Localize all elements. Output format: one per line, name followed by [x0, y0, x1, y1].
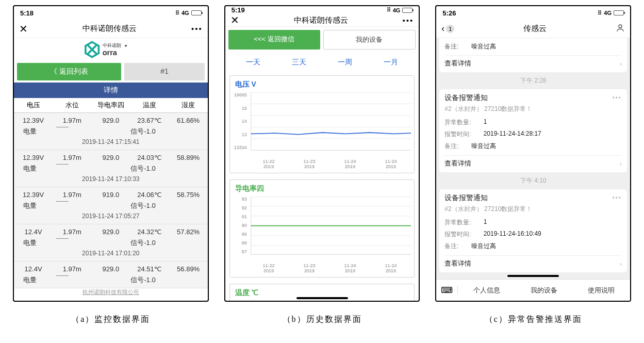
back-button[interactable]: ‹1 [441, 23, 454, 34]
card-subtitle: #2（水封井） 27210数据异常！ [444, 103, 622, 117]
alert-card-partial-top: 备注:噪音过高 查看详情› [439, 38, 627, 72]
card-subtitle: #2（水封井） 27210数据异常！ [444, 203, 622, 217]
battery-label: 电量 [14, 200, 46, 211]
data-record[interactable]: 12.4V1.97m929.024.51℃56.89%电量信号-1.0 [14, 262, 208, 288]
record-timestamp: 2019-11-24 17:15:41 [14, 137, 208, 148]
battery-icon [402, 8, 412, 13]
signal-label: 信号-1.0 [111, 237, 175, 249]
data-cell: 1.97m [53, 152, 91, 163]
keyboard-icon[interactable]: ⌨ [436, 285, 458, 295]
record-timestamp: 2019-11-24 17:01:20 [14, 249, 208, 259]
close-icon[interactable]: ✕ [19, 23, 28, 35]
dash-indicator [46, 274, 79, 286]
titlebar: ✕ 中科诺朗传感云 ••• [225, 14, 419, 27]
chart-line-conductivity [233, 197, 411, 264]
data-cell: 1.97m [53, 115, 91, 126]
details-header: 详情 [14, 83, 208, 98]
data-record[interactable]: 12.4V1.97m929.024.32℃57.82%电量信号-1.02019-… [14, 224, 208, 262]
tab-1day[interactable]: 一天 [230, 56, 276, 69]
tab-1month[interactable]: 一月 [368, 56, 414, 69]
timestamp-1: 下午 2:28 [436, 72, 630, 89]
data-cell: 1.97m [53, 189, 91, 200]
battery-label: 电量 [14, 274, 46, 286]
status-time: 5:18 [20, 9, 34, 17]
svg-text:orra: orra [102, 48, 117, 57]
card-more-icon[interactable]: ••• [612, 94, 622, 102]
y-axis-ticks: 93 92 91 90 89 88 87 [233, 197, 249, 254]
alert-card-2[interactable]: 设备报警通知 ••• #2（水封井） 27210数据异常！ 异常数量:1 报警时… [439, 189, 627, 272]
data-cell: 929.0 [91, 226, 130, 237]
data-cell: 24.06℃ [130, 189, 169, 200]
record-timestamp: 2019-11-24 17:05:27 [14, 211, 208, 222]
home-indicator [507, 275, 559, 277]
brand-logo: 中科诺朗 orra [14, 38, 208, 63]
titlebar: ✕ 中科诺朗传感云 ••• [14, 20, 208, 38]
signal-label: 信号-1.0 [111, 200, 175, 211]
data-record[interactable]: 12.39V1.97m919.024.06℃58.75%电量信号-1.02019… [14, 187, 208, 224]
chart-voltage: 电压 V 16665 15 14 13 13334 [229, 75, 415, 173]
status-bar: 5:26 ⠿4G [436, 6, 630, 20]
panel-c-alerts: 5:26 ⠿4G ‹1 传感云 备注:噪音过高 查看详情› 下午 2:28 [435, 5, 631, 302]
close-icon[interactable]: ✕ [230, 14, 239, 26]
data-record[interactable]: 12.39V1.97m929.024.03℃58.89%电量信号-1.02019… [14, 150, 208, 187]
page-title: 中科诺朗传感云 [28, 24, 191, 34]
col-temperature: 温度 [130, 98, 169, 112]
col-conductivity: 导电率四 [91, 98, 130, 112]
panel-b-history: 5:19 ⠿4G ✕ 中科诺朗传感云 ••• <<< 返回微信 我的设备 一天 … [224, 5, 420, 302]
data-cell: 1.97m [53, 264, 91, 274]
dash-indicator [46, 200, 79, 211]
status-right: ⠿4G [175, 10, 202, 17]
battery-label: 电量 [14, 163, 46, 174]
svg-rect-3 [251, 92, 411, 150]
bottom-nav: ⌨ 个人信息 我的设备 使用说明 [436, 279, 630, 301]
device-id-button[interactable]: #1 [124, 63, 205, 80]
nav-profile[interactable]: 个人信息 [458, 286, 515, 295]
nav-help[interactable]: 使用说明 [573, 286, 630, 295]
chart-title-conductivity: 导电率四 [233, 183, 411, 197]
battery-icon [191, 10, 202, 15]
col-voltage: 电压 [14, 98, 53, 112]
status-right: ⠿4G [598, 10, 624, 17]
nav-devices[interactable]: 我的设备 [516, 286, 573, 295]
view-detail-link[interactable]: 查看详情› [444, 255, 622, 268]
data-cell: 57.82% [169, 226, 208, 237]
view-detail-link[interactable]: 查看详情› [444, 55, 622, 68]
battery-label: 电量 [14, 126, 46, 137]
status-bar: 5:18 ⠿4G [14, 6, 208, 20]
chart-conductivity: 导电率四 93 92 91 90 89 88 87 [229, 179, 415, 277]
caption-c: （c）异常告警推送界面 [435, 314, 631, 325]
data-cell: 23.67℃ [130, 115, 169, 126]
tab-3day[interactable]: 三天 [276, 56, 322, 69]
more-icon[interactable]: ••• [191, 24, 203, 33]
caption-a: （a）监控数据界面 [13, 314, 209, 325]
tab-1week[interactable]: 一周 [322, 56, 368, 69]
signal-label: 信号-1.0 [111, 126, 175, 137]
profile-icon[interactable] [616, 23, 625, 34]
more-icon[interactable]: ••• [403, 16, 414, 25]
record-timestamp: 2019-11-24 17:10:33 [14, 174, 208, 185]
battery-icon [614, 10, 624, 15]
data-cell: 58.75% [169, 189, 208, 200]
chevron-right-icon: › [620, 60, 622, 68]
data-record[interactable]: 12.39V1.97m929.023.67℃61.66%电量信号-1.02019… [14, 113, 208, 150]
dash-indicator [46, 163, 79, 174]
card-more-icon[interactable]: ••• [612, 194, 622, 202]
status-time: 5:19 [232, 6, 245, 14]
col-humidity: 湿度 [169, 98, 208, 112]
chevron-right-icon: › [620, 160, 622, 168]
svg-point-2 [125, 45, 127, 47]
svg-point-15 [619, 25, 622, 28]
dash-indicator [46, 237, 79, 249]
data-cell: 929.0 [91, 115, 130, 126]
page-title: 传感云 [454, 24, 616, 34]
card-title: 设备报警通知 [444, 193, 488, 203]
data-cell: 12.4V [14, 264, 53, 274]
view-detail-link[interactable]: 查看详情› [444, 155, 622, 168]
signal-label: 信号-1.0 [111, 163, 175, 174]
col-waterlevel: 水位 [53, 98, 91, 112]
return-wechat-button[interactable]: <<< 返回微信 [228, 30, 320, 50]
return-list-button[interactable]: 《 返回列表 [17, 63, 121, 80]
data-cell: 61.66% [169, 115, 208, 126]
alert-card-1[interactable]: 设备报警通知 ••• #2（水封井） 27210数据异常！ 异常数量:1 报警时… [439, 89, 627, 172]
my-devices-button[interactable]: 我的设备 [323, 30, 416, 50]
